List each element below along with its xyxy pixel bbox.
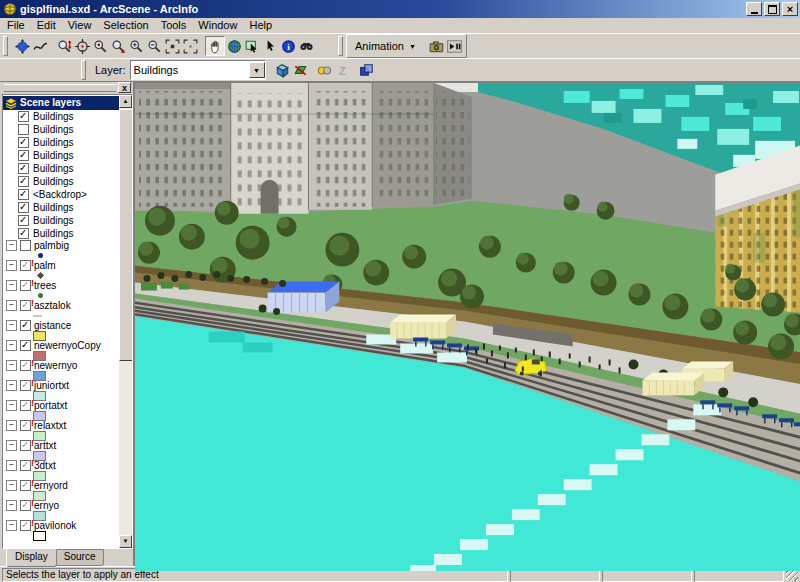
layer-row[interactable]: Buildings: [3, 227, 119, 240]
scroll-down-icon[interactable]: ▼: [119, 535, 132, 548]
identify-button[interactable]: i: [279, 36, 297, 56]
layer-label[interactable]: Buildings: [33, 202, 74, 213]
layer-row[interactable]: −relaxtxt: [3, 420, 119, 432]
layer-label[interactable]: pavilonok: [34, 520, 76, 531]
zoom-out-button[interactable]: [145, 36, 163, 56]
tab-source[interactable]: Source: [55, 549, 105, 566]
layer-visibility-checkbox[interactable]: [18, 137, 29, 148]
layer-row[interactable]: −ernyo: [3, 500, 119, 512]
transparency-button[interactable]: [358, 60, 376, 80]
layer-visibility-checkbox[interactable]: [20, 440, 31, 451]
collapse-icon[interactable]: −: [6, 520, 17, 531]
layer-row[interactable]: −asztalok: [3, 300, 119, 312]
layer-row[interactable]: <Backdrop>: [3, 188, 119, 201]
layer-label[interactable]: arttxt: [34, 440, 56, 451]
collapse-icon[interactable]: −: [6, 340, 17, 351]
layer-row[interactable]: −portatxt: [3, 400, 119, 412]
layer-label[interactable]: palm: [34, 260, 56, 271]
menu-selection[interactable]: Selection: [97, 18, 154, 32]
layer-label[interactable]: portatxt: [34, 400, 67, 411]
layer-row[interactable]: Buildings: [3, 162, 119, 175]
layer-visibility-checkbox[interactable]: [20, 320, 31, 331]
layer-visibility-checkbox[interactable]: [20, 260, 31, 271]
toc-close-button[interactable]: x: [118, 82, 131, 93]
layer-visibility-checkbox[interactable]: [20, 460, 31, 471]
collapse-icon[interactable]: −: [6, 400, 17, 411]
animation-menu-button[interactable]: Animation ▼: [349, 36, 422, 56]
collapse-icon[interactable]: −: [6, 360, 17, 371]
toc-scrollbar[interactable]: ▲ ▼: [119, 95, 132, 548]
collapse-icon[interactable]: −: [6, 280, 17, 291]
layer-combobox-dropdown-button[interactable]: ▼: [249, 62, 265, 78]
scene-3d-view[interactable]: [135, 83, 800, 571]
set-observer-button[interactable]: [109, 36, 127, 56]
layer-visibility-checkbox[interactable]: [20, 420, 31, 431]
collapse-icon[interactable]: −: [6, 240, 17, 251]
layer-visibility-checkbox[interactable]: [20, 360, 31, 371]
layer-visibility-checkbox[interactable]: [18, 150, 29, 161]
layer-label[interactable]: <Backdrop>: [33, 189, 87, 200]
layer-visibility-checkbox[interactable]: [18, 228, 29, 239]
restore-button[interactable]: [764, 2, 780, 16]
shading-mode-button[interactable]: [316, 60, 334, 80]
layer-label[interactable]: Buildings: [33, 228, 74, 239]
layer-visibility-checkbox[interactable]: [18, 189, 29, 200]
layer-row[interactable]: −palm: [3, 260, 119, 272]
toolbar-grip[interactable]: [3, 36, 8, 56]
zoom-in-out-button[interactable]: [55, 36, 73, 56]
layer-label[interactable]: Buildings: [33, 163, 74, 174]
depth-priority-button[interactable]: Z: [334, 60, 352, 80]
layer-label[interactable]: newernyoCopy: [34, 340, 101, 351]
layer-label[interactable]: asztalok: [34, 300, 71, 311]
layer-visibility-checkbox[interactable]: [20, 480, 31, 491]
scroll-up-icon[interactable]: ▲: [119, 95, 132, 108]
close-button[interactable]: ×: [782, 2, 798, 16]
layer-visibility-checkbox[interactable]: [18, 215, 29, 226]
find-button[interactable]: [297, 36, 315, 56]
fixed-zoom-out-button[interactable]: [181, 36, 199, 56]
layer-row[interactable]: Buildings: [3, 175, 119, 188]
layer-row[interactable]: −3dtxt: [3, 460, 119, 472]
layer-label[interactable]: 3dtxt: [34, 460, 56, 471]
collapse-icon[interactable]: −: [6, 480, 17, 491]
layer-row[interactable]: −gistance: [3, 320, 119, 332]
collapse-icon[interactable]: −: [6, 500, 17, 511]
menu-view[interactable]: View: [62, 18, 98, 32]
layer-visibility-checkbox[interactable]: [18, 111, 29, 122]
layer-visibility-checkbox[interactable]: [20, 380, 31, 391]
menu-tools[interactable]: Tools: [155, 18, 193, 32]
layer-row[interactable]: −trees: [3, 280, 119, 292]
layer-visibility-checkbox[interactable]: [20, 500, 31, 511]
layer-label[interactable]: trees: [34, 280, 56, 291]
layer-row[interactable]: Buildings: [3, 149, 119, 162]
layer-visibility-checkbox[interactable]: [20, 520, 31, 531]
zoom-to-selected-button[interactable]: [243, 36, 261, 56]
toc-drag-handle[interactable]: [4, 84, 116, 92]
layer-combobox[interactable]: Buildings ▼: [130, 60, 266, 80]
layer-row[interactable]: −newernyoCopy: [3, 340, 119, 352]
menu-edit[interactable]: Edit: [31, 18, 62, 32]
zoom-in-button[interactable]: [127, 36, 145, 56]
layer-visibility-checkbox[interactable]: [18, 202, 29, 213]
collapse-icon[interactable]: −: [6, 320, 17, 331]
scrollbar-thumb[interactable]: [119, 109, 133, 361]
layer-row[interactable]: Buildings: [3, 110, 119, 123]
layer-label[interactable]: Buildings: [33, 215, 74, 226]
full-extent-button[interactable]: [225, 36, 243, 56]
layer-label[interactable]: Buildings: [33, 150, 74, 161]
collapse-icon[interactable]: −: [6, 460, 17, 471]
capture-view-button[interactable]: [428, 36, 446, 56]
layer-label[interactable]: Buildings: [33, 111, 74, 122]
menu-window[interactable]: Window: [192, 18, 243, 32]
layer-visibility-checkbox[interactable]: [20, 340, 31, 351]
menu-file[interactable]: File: [1, 18, 31, 32]
scene-layers-header[interactable]: Scene layers: [3, 96, 119, 110]
layer-row[interactable]: −ernyord: [3, 480, 119, 492]
layer-visibility-checkbox[interactable]: [18, 163, 29, 174]
collapse-icon[interactable]: −: [6, 380, 17, 391]
collapse-icon[interactable]: −: [6, 420, 17, 431]
fixed-zoom-in-button[interactable]: [163, 36, 181, 56]
select-features-button[interactable]: [261, 36, 279, 56]
layer-label[interactable]: gistance: [34, 320, 71, 331]
layer-label[interactable]: Buildings: [33, 176, 74, 187]
